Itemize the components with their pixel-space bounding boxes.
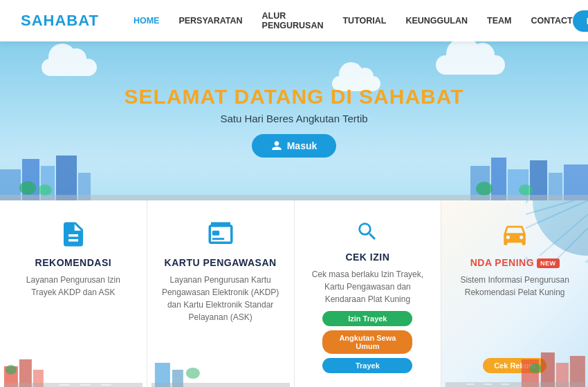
svg-point-19 — [6, 365, 17, 375]
card-nda-pening: NDA PENINGnew Sistem Informasi Pengurusa… — [441, 200, 588, 387]
card-scene-1 — [0, 352, 147, 387]
cloud-1 — [42, 59, 97, 76]
svg-rect-22 — [80, 384, 91, 386]
card-icon — [206, 220, 235, 249]
nav-links: HOME PERSYARATAN ALUR PENGURUSAN TUTORIA… — [134, 11, 573, 30]
svg-rect-41 — [484, 384, 492, 385]
svg-rect-10 — [530, 160, 547, 200]
card-scene-4 — [441, 349, 588, 387]
svg-rect-23 — [101, 384, 111, 386]
pengaduan-button[interactable]: PENGADUAN — [573, 10, 588, 32]
card-scene-2 — [147, 352, 294, 387]
nav-team[interactable]: TEAM — [487, 16, 511, 26]
nav-tutorial[interactable]: TUTORIAL — [342, 16, 386, 26]
svg-rect-35 — [541, 352, 555, 387]
card-rekomendasi: REKOMENDASI Layanan Pengurusan Izin Tray… — [0, 200, 147, 387]
svg-rect-8 — [491, 158, 506, 200]
card-cek-desc: Cek masa berlaku Izin Trayek, Kartu Peng… — [309, 268, 428, 305]
nav-home[interactable]: HOME — [134, 16, 160, 26]
card-kartu-pengawasan: KARTU PENGAWASAN Layanan Pengurusan Kart… — [147, 200, 295, 387]
special-lines — [526, 200, 588, 263]
svg-rect-25 — [212, 238, 224, 240]
svg-rect-28 — [151, 383, 290, 387]
btn-angkutan-sewa[interactable]: Angkutan Sewa Umum — [322, 330, 412, 354]
car-icon — [500, 220, 529, 249]
svg-point-14 — [519, 185, 533, 196]
card-nda-desc: Sistem Informasi Pengurusan Rekomendasi … — [455, 274, 574, 352]
svg-line-33 — [553, 228, 588, 263]
doc-icon — [59, 220, 88, 249]
hero-title-highlight: SAHABAT — [359, 85, 463, 108]
svg-line-30 — [526, 200, 574, 214]
masuk-label: Masuk — [287, 140, 318, 151]
svg-point-13 — [476, 182, 493, 196]
svg-rect-42 — [501, 384, 509, 385]
hero-subtitle: Satu Hari Beres Angkutan Tertib — [220, 113, 367, 124]
svg-point-6 — [38, 185, 52, 196]
svg-rect-15 — [0, 195, 588, 200]
search-icon — [353, 220, 382, 243]
svg-line-31 — [526, 200, 588, 228]
card-cek-izin: CEK IZIN Cek masa berlaku Izin Trayek, K… — [295, 200, 442, 387]
svg-rect-21 — [59, 384, 70, 386]
cards-section: REKOMENDASI Layanan Pengurusan Izin Tray… — [0, 200, 588, 387]
svg-rect-24 — [212, 231, 219, 236]
navbar: SAHABAT HOME PERSYARATAN ALUR PENGURUSAN… — [0, 0, 588, 41]
hero-title: SELAMAT DATANG DI SAHABAT — [124, 85, 463, 108]
svg-rect-40 — [466, 384, 475, 385]
svg-rect-20 — [4, 383, 143, 387]
nav-persyaratan[interactable]: PERSYARATAN — [178, 16, 242, 26]
svg-line-32 — [540, 214, 588, 256]
svg-point-38 — [529, 364, 542, 373]
nav-keunggulan[interactable]: KEUNGGULAN — [405, 16, 468, 26]
btn-izin-trayek[interactable]: Izin Trayek — [322, 311, 412, 326]
nav-contact[interactable]: CONTACT — [531, 16, 572, 26]
card-cek-title: CEK IZIN — [345, 252, 389, 263]
btn-trayek[interactable]: Trayek — [322, 358, 412, 373]
card-rekomendasi-title: REKOMENDASI — [35, 257, 112, 268]
nav-logo: SAHABAT — [21, 12, 99, 30]
user-icon — [271, 140, 282, 151]
svg-point-5 — [19, 181, 36, 195]
cek-izin-buttons: Izin Trayek Angkutan Sewa Umum Trayek — [309, 311, 428, 373]
hero-section: SELAMAT DATANG DI SAHABAT Satu Hari Bere… — [0, 41, 588, 200]
nav-alur[interactable]: ALUR PENGURUSAN — [262, 11, 324, 30]
masuk-button[interactable]: Masuk — [252, 134, 337, 158]
svg-rect-3 — [56, 155, 77, 200]
hero-title-prefix: SELAMAT DATANG DI — [124, 85, 359, 108]
card-kartu-title: KARTU PENGAWASAN — [165, 257, 277, 268]
svg-point-29 — [186, 368, 200, 379]
cloud-2 — [436, 55, 505, 75]
